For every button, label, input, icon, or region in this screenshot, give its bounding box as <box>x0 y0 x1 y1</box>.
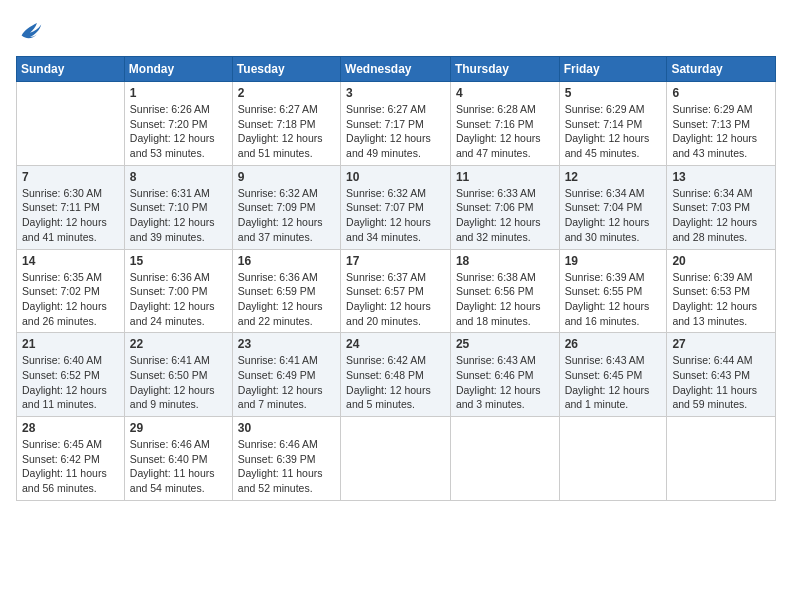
calendar-header-row: SundayMondayTuesdayWednesdayThursdayFrid… <box>17 57 776 82</box>
weekday-header: Wednesday <box>341 57 451 82</box>
day-info: Sunrise: 6:37 AM Sunset: 6:57 PM Dayligh… <box>346 270 445 329</box>
day-info: Sunrise: 6:34 AM Sunset: 7:03 PM Dayligh… <box>672 186 770 245</box>
day-number: 23 <box>238 337 335 351</box>
day-number: 9 <box>238 170 335 184</box>
day-info: Sunrise: 6:30 AM Sunset: 7:11 PM Dayligh… <box>22 186 119 245</box>
day-info: Sunrise: 6:34 AM Sunset: 7:04 PM Dayligh… <box>565 186 662 245</box>
day-info: Sunrise: 6:39 AM Sunset: 6:53 PM Dayligh… <box>672 270 770 329</box>
calendar-cell: 17Sunrise: 6:37 AM Sunset: 6:57 PM Dayli… <box>341 249 451 333</box>
day-info: Sunrise: 6:43 AM Sunset: 6:46 PM Dayligh… <box>456 353 554 412</box>
calendar-cell <box>341 417 451 501</box>
calendar-cell: 19Sunrise: 6:39 AM Sunset: 6:55 PM Dayli… <box>559 249 667 333</box>
calendar-cell <box>559 417 667 501</box>
calendar-cell: 13Sunrise: 6:34 AM Sunset: 7:03 PM Dayli… <box>667 165 776 249</box>
day-info: Sunrise: 6:32 AM Sunset: 7:09 PM Dayligh… <box>238 186 335 245</box>
day-number: 25 <box>456 337 554 351</box>
calendar-cell: 14Sunrise: 6:35 AM Sunset: 7:02 PM Dayli… <box>17 249 125 333</box>
day-number: 3 <box>346 86 445 100</box>
day-info: Sunrise: 6:40 AM Sunset: 6:52 PM Dayligh… <box>22 353 119 412</box>
weekday-header: Sunday <box>17 57 125 82</box>
day-number: 19 <box>565 254 662 268</box>
page-header <box>16 16 776 44</box>
calendar-cell: 18Sunrise: 6:38 AM Sunset: 6:56 PM Dayli… <box>450 249 559 333</box>
day-info: Sunrise: 6:46 AM Sunset: 6:39 PM Dayligh… <box>238 437 335 496</box>
calendar-cell: 1Sunrise: 6:26 AM Sunset: 7:20 PM Daylig… <box>124 82 232 166</box>
day-info: Sunrise: 6:27 AM Sunset: 7:17 PM Dayligh… <box>346 102 445 161</box>
day-number: 12 <box>565 170 662 184</box>
day-number: 6 <box>672 86 770 100</box>
calendar-cell: 21Sunrise: 6:40 AM Sunset: 6:52 PM Dayli… <box>17 333 125 417</box>
calendar-cell: 24Sunrise: 6:42 AM Sunset: 6:48 PM Dayli… <box>341 333 451 417</box>
calendar-cell: 3Sunrise: 6:27 AM Sunset: 7:17 PM Daylig… <box>341 82 451 166</box>
calendar-cell: 10Sunrise: 6:32 AM Sunset: 7:07 PM Dayli… <box>341 165 451 249</box>
day-info: Sunrise: 6:33 AM Sunset: 7:06 PM Dayligh… <box>456 186 554 245</box>
calendar-cell: 7Sunrise: 6:30 AM Sunset: 7:11 PM Daylig… <box>17 165 125 249</box>
day-number: 29 <box>130 421 227 435</box>
day-info: Sunrise: 6:44 AM Sunset: 6:43 PM Dayligh… <box>672 353 770 412</box>
day-number: 10 <box>346 170 445 184</box>
calendar-cell: 29Sunrise: 6:46 AM Sunset: 6:40 PM Dayli… <box>124 417 232 501</box>
day-number: 28 <box>22 421 119 435</box>
logo-icon <box>16 16 44 44</box>
calendar-cell: 20Sunrise: 6:39 AM Sunset: 6:53 PM Dayli… <box>667 249 776 333</box>
calendar-cell: 22Sunrise: 6:41 AM Sunset: 6:50 PM Dayli… <box>124 333 232 417</box>
day-number: 13 <box>672 170 770 184</box>
calendar-cell: 4Sunrise: 6:28 AM Sunset: 7:16 PM Daylig… <box>450 82 559 166</box>
day-info: Sunrise: 6:32 AM Sunset: 7:07 PM Dayligh… <box>346 186 445 245</box>
day-info: Sunrise: 6:28 AM Sunset: 7:16 PM Dayligh… <box>456 102 554 161</box>
calendar-week-row: 28Sunrise: 6:45 AM Sunset: 6:42 PM Dayli… <box>17 417 776 501</box>
day-info: Sunrise: 6:29 AM Sunset: 7:13 PM Dayligh… <box>672 102 770 161</box>
calendar-cell: 8Sunrise: 6:31 AM Sunset: 7:10 PM Daylig… <box>124 165 232 249</box>
day-number: 4 <box>456 86 554 100</box>
day-number: 27 <box>672 337 770 351</box>
day-number: 30 <box>238 421 335 435</box>
day-info: Sunrise: 6:41 AM Sunset: 6:49 PM Dayligh… <box>238 353 335 412</box>
calendar-cell: 27Sunrise: 6:44 AM Sunset: 6:43 PM Dayli… <box>667 333 776 417</box>
calendar-cell <box>450 417 559 501</box>
calendar-cell: 2Sunrise: 6:27 AM Sunset: 7:18 PM Daylig… <box>232 82 340 166</box>
day-info: Sunrise: 6:36 AM Sunset: 7:00 PM Dayligh… <box>130 270 227 329</box>
day-number: 24 <box>346 337 445 351</box>
day-number: 14 <box>22 254 119 268</box>
calendar-cell: 26Sunrise: 6:43 AM Sunset: 6:45 PM Dayli… <box>559 333 667 417</box>
calendar-cell <box>17 82 125 166</box>
day-number: 20 <box>672 254 770 268</box>
calendar-week-row: 14Sunrise: 6:35 AM Sunset: 7:02 PM Dayli… <box>17 249 776 333</box>
day-number: 21 <box>22 337 119 351</box>
day-info: Sunrise: 6:26 AM Sunset: 7:20 PM Dayligh… <box>130 102 227 161</box>
day-number: 18 <box>456 254 554 268</box>
calendar-cell: 12Sunrise: 6:34 AM Sunset: 7:04 PM Dayli… <box>559 165 667 249</box>
calendar-week-row: 21Sunrise: 6:40 AM Sunset: 6:52 PM Dayli… <box>17 333 776 417</box>
day-number: 26 <box>565 337 662 351</box>
day-info: Sunrise: 6:43 AM Sunset: 6:45 PM Dayligh… <box>565 353 662 412</box>
calendar-table: SundayMondayTuesdayWednesdayThursdayFrid… <box>16 56 776 501</box>
day-number: 11 <box>456 170 554 184</box>
calendar-cell: 9Sunrise: 6:32 AM Sunset: 7:09 PM Daylig… <box>232 165 340 249</box>
day-info: Sunrise: 6:27 AM Sunset: 7:18 PM Dayligh… <box>238 102 335 161</box>
day-info: Sunrise: 6:35 AM Sunset: 7:02 PM Dayligh… <box>22 270 119 329</box>
day-number: 1 <box>130 86 227 100</box>
day-number: 8 <box>130 170 227 184</box>
day-number: 7 <box>22 170 119 184</box>
calendar-cell: 11Sunrise: 6:33 AM Sunset: 7:06 PM Dayli… <box>450 165 559 249</box>
calendar-cell: 25Sunrise: 6:43 AM Sunset: 6:46 PM Dayli… <box>450 333 559 417</box>
day-number: 5 <box>565 86 662 100</box>
day-number: 22 <box>130 337 227 351</box>
weekday-header: Saturday <box>667 57 776 82</box>
calendar-cell: 6Sunrise: 6:29 AM Sunset: 7:13 PM Daylig… <box>667 82 776 166</box>
day-number: 2 <box>238 86 335 100</box>
calendar-cell: 23Sunrise: 6:41 AM Sunset: 6:49 PM Dayli… <box>232 333 340 417</box>
weekday-header: Monday <box>124 57 232 82</box>
calendar-week-row: 7Sunrise: 6:30 AM Sunset: 7:11 PM Daylig… <box>17 165 776 249</box>
calendar-week-row: 1Sunrise: 6:26 AM Sunset: 7:20 PM Daylig… <box>17 82 776 166</box>
day-info: Sunrise: 6:42 AM Sunset: 6:48 PM Dayligh… <box>346 353 445 412</box>
day-info: Sunrise: 6:39 AM Sunset: 6:55 PM Dayligh… <box>565 270 662 329</box>
day-number: 15 <box>130 254 227 268</box>
day-info: Sunrise: 6:36 AM Sunset: 6:59 PM Dayligh… <box>238 270 335 329</box>
day-number: 17 <box>346 254 445 268</box>
weekday-header: Friday <box>559 57 667 82</box>
calendar-cell: 30Sunrise: 6:46 AM Sunset: 6:39 PM Dayli… <box>232 417 340 501</box>
day-info: Sunrise: 6:46 AM Sunset: 6:40 PM Dayligh… <box>130 437 227 496</box>
calendar-body: 1Sunrise: 6:26 AM Sunset: 7:20 PM Daylig… <box>17 82 776 501</box>
weekday-header: Thursday <box>450 57 559 82</box>
